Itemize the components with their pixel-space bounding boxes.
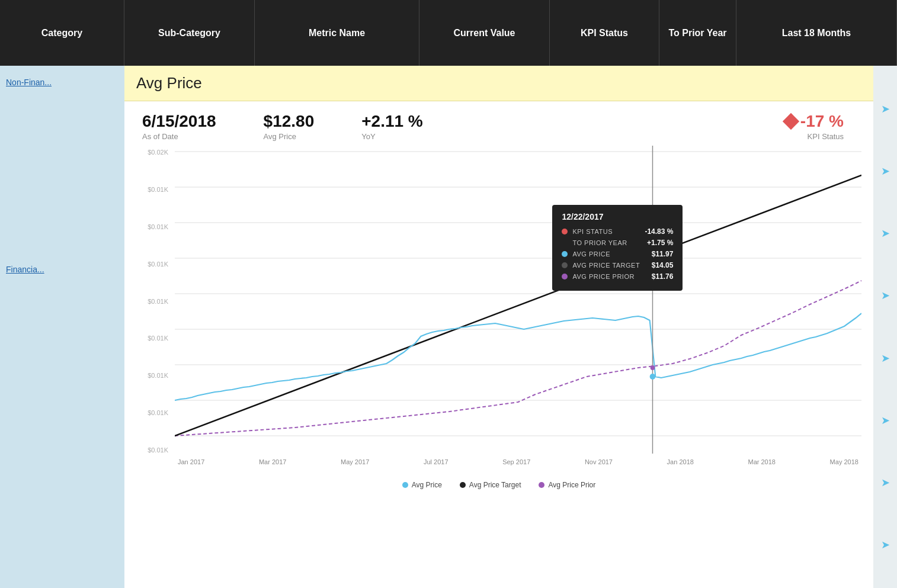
x-label-mar2018: Mar 2018 xyxy=(748,458,776,465)
x-label-nov2017: Nov 2017 xyxy=(585,458,613,465)
tooltip-val-target: $14.05 xyxy=(652,261,674,269)
x-label-jul2017: Jul 2017 xyxy=(424,458,448,465)
y-label-2: $0.01K xyxy=(136,223,172,230)
tooltip-label-avg-prior: AVG PRICE PRIOR xyxy=(572,273,646,280)
tooltip-dot-target xyxy=(562,262,568,268)
y-label-0: $0.02K xyxy=(136,149,172,156)
tooltip-val-avg: $11.97 xyxy=(652,250,674,258)
arrow-up-5[interactable]: ➤ xyxy=(881,353,890,364)
col-last18-label: Last 18 Months xyxy=(782,28,851,38)
avg-price-target-line xyxy=(175,175,861,436)
tooltip-val-avg-prior: $11.76 xyxy=(652,272,674,281)
tooltip-dot-kpi xyxy=(562,229,568,234)
avg-price-prior-line xyxy=(175,281,861,436)
y-label-8: $0.01K xyxy=(136,446,172,454)
y-label-4: $0.01K xyxy=(136,298,172,305)
panel-title-bar: Avg Price xyxy=(124,66,873,101)
tooltip-row-kpi: KPI STATUS -14.83 % xyxy=(562,227,673,236)
avg-price-line xyxy=(175,313,861,400)
tooltip-row-avg-target: AVG PRICE TARGET $14.05 xyxy=(562,261,673,269)
y-label-5: $0.01K xyxy=(136,335,172,342)
chart-svg xyxy=(175,146,861,454)
stat-price: $12.80 Avg Price xyxy=(264,112,315,141)
arrow-up-3[interactable]: ➤ xyxy=(881,228,890,239)
arrow-up-4[interactable]: ➤ xyxy=(881,290,890,301)
stat-yoy-value: +2.11 % xyxy=(361,112,423,131)
tooltip-row-avg-prior: AVG PRICE PRIOR $11.76 xyxy=(562,272,673,281)
stat-date: 6/15/2018 As of Date xyxy=(142,112,216,141)
y-label-3: $0.01K xyxy=(136,261,172,268)
col-prior: To Prior Year xyxy=(659,0,736,66)
crosshair-dot-prior xyxy=(651,365,655,370)
legend-avg-price: Avg Price xyxy=(402,481,442,489)
kpi-label: KPI Status xyxy=(808,132,844,141)
chart-legend: Avg Price Avg Price Target Avg Price Pri… xyxy=(136,481,861,489)
table-header: Category Sub-Category Metric Name Curren… xyxy=(0,0,897,66)
legend-label-prior: Avg Price Prior xyxy=(548,481,595,489)
tooltip-dot-avg-prior xyxy=(562,274,568,279)
tooltip-row-avg-price: AVG PRICE $11.97 xyxy=(562,250,673,258)
x-label-jan2018: Jan 2018 xyxy=(667,458,694,465)
arrow-up-2[interactable]: ➤ xyxy=(881,166,890,176)
y-label-1: $0.01K xyxy=(136,186,172,193)
col-current: Current Value xyxy=(419,0,550,66)
col-metric-label: Metric Name xyxy=(309,28,365,38)
tooltip-label-prior-year: TO PRIOR YEAR xyxy=(572,239,642,246)
stat-price-value: $12.80 xyxy=(264,112,315,131)
y-label-6: $0.01K xyxy=(136,372,172,379)
tooltip-dot-prior-year xyxy=(562,240,568,246)
tooltip-label-kpi: KPI STATUS xyxy=(572,228,640,235)
sidebar-link-nonfinancial[interactable]: Non-Finan... xyxy=(6,78,118,87)
x-label-may2018: May 2018 xyxy=(830,458,858,465)
arrow-up-1[interactable]: ➤ xyxy=(881,104,890,114)
col-kpi: KPI Status xyxy=(550,0,659,66)
kpi-value-display: -17 % xyxy=(785,112,844,131)
stat-kpi: -17 % KPI Status xyxy=(785,112,844,141)
col-prior-label: To Prior Year xyxy=(668,28,726,38)
legend-dot-target xyxy=(460,482,466,488)
stat-date-value: 6/15/2018 xyxy=(142,112,216,131)
arrow-up-6[interactable]: ➤ xyxy=(881,415,890,426)
right-arrows: ➤ ➤ ➤ ➤ ➤ ➤ ➤ ➤ xyxy=(873,66,897,588)
y-axis: $0.02K $0.01K $0.01K $0.01K $0.01K $0.01… xyxy=(136,146,172,454)
col-category: Category xyxy=(0,0,124,66)
legend-label-avg-price: Avg Price xyxy=(412,481,442,489)
x-label-sep2017: Sep 2017 xyxy=(502,458,530,465)
legend-avg-target: Avg Price Target xyxy=(460,481,521,489)
legend-dot-avg-price xyxy=(402,482,408,488)
stat-date-label: As of Date xyxy=(142,132,216,141)
col-subcategory: Sub-Category xyxy=(124,0,255,66)
legend-dot-prior xyxy=(539,482,544,488)
col-current-label: Current Value xyxy=(453,28,515,38)
chart-svg-wrapper: 12/22/2017 KPI STATUS -14.83 % TO PRIOR … xyxy=(175,146,861,454)
x-label-may2017: May 2017 xyxy=(341,458,369,465)
stats-row: 6/15/2018 As of Date $12.80 Avg Price +2… xyxy=(124,101,873,146)
x-label-jan2017: Jan 2017 xyxy=(178,458,204,465)
col-metric: Metric Name xyxy=(255,0,419,66)
y-label-7: $0.01K xyxy=(136,409,172,416)
stat-yoy: +2.11 % YoY xyxy=(361,112,423,141)
sidebar-link-financial[interactable]: Financia... xyxy=(6,265,118,274)
tooltip-label-target: AVG PRICE TARGET xyxy=(572,262,646,269)
tooltip-date: 12/22/2017 xyxy=(562,212,673,221)
kpi-value-text: -17 % xyxy=(800,112,844,131)
col-last18: Last 18 Months xyxy=(736,0,897,66)
chart-area: $0.02K $0.01K $0.01K $0.01K $0.01K $0.01… xyxy=(136,146,861,495)
stat-price-label: Avg Price xyxy=(264,132,315,141)
crosshair-dot xyxy=(650,374,656,380)
tooltip: 12/22/2017 KPI STATUS -14.83 % TO PRIOR … xyxy=(552,205,683,291)
arrow-up-8[interactable]: ➤ xyxy=(881,539,890,550)
tooltip-label-avg: AVG PRICE xyxy=(572,250,646,258)
tooltip-val-prior-year: +1.75 % xyxy=(647,239,673,247)
tooltip-val-kpi: -14.83 % xyxy=(645,227,673,236)
arrow-up-7[interactable]: ➤ xyxy=(881,477,890,488)
x-axis: Jan 2017 Mar 2017 May 2017 Jul 2017 Sep … xyxy=(175,458,861,465)
legend-label-target: Avg Price Target xyxy=(469,481,521,489)
col-category-label: Category xyxy=(41,28,82,38)
panel-title: Avg Price xyxy=(136,74,202,92)
diamond-icon xyxy=(783,113,799,130)
main-area: Non-Finan... Financia... Avg Price 6/15/… xyxy=(0,66,897,588)
col-subcategory-label: Sub-Category xyxy=(158,28,220,38)
chart-panel: Avg Price 6/15/2018 As of Date $12.80 Av… xyxy=(124,66,873,588)
legend-avg-prior: Avg Price Prior xyxy=(539,481,595,489)
